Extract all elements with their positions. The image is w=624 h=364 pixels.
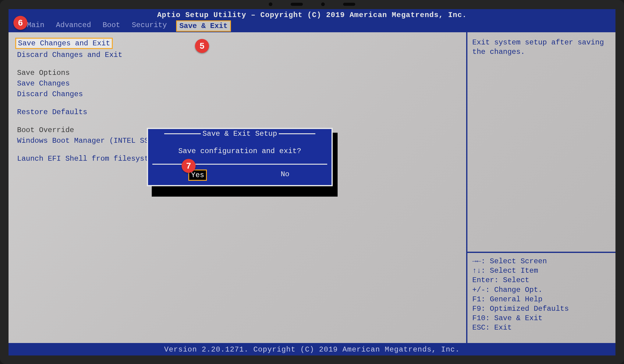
help-key-line: +/-: Change Opt. — [472, 285, 611, 295]
dialog-buttons: Yes No — [152, 164, 327, 181]
tab-save-exit[interactable]: Save & Exit — [176, 20, 231, 32]
tab-security[interactable]: Security — [129, 20, 169, 32]
help-key-line: →←: Select Screen — [472, 257, 611, 266]
item-restore-defaults[interactable]: Restore Defaults — [15, 107, 89, 117]
content-area: Save Changes and Exit Discard Changes an… — [9, 32, 615, 344]
confirm-dialog: Save & Exit Setup Save configuration and… — [147, 128, 333, 186]
help-key-line: ESC: Exit — [472, 323, 611, 332]
header-bar: Aptio Setup Utility – Copyright (C) 2019… — [9, 9, 615, 32]
bios-screen: Aptio Setup Utility – Copyright (C) 2019… — [9, 9, 615, 355]
dialog-message: Save configuration and exit? — [152, 145, 327, 157]
tab-main[interactable]: Main — [24, 20, 47, 32]
footer-bar: Version 2.20.1271. Copyright (C) 2019 Am… — [9, 344, 615, 355]
webcam-cluster — [269, 2, 355, 6]
item-save-changes[interactable]: Save Changes — [15, 79, 72, 88]
left-panel: Save Changes and Exit Discard Changes an… — [9, 32, 466, 343]
dialog-no-button[interactable]: No — [279, 170, 291, 181]
item-launch-efi-shell[interactable]: Launch EFI Shell from filesyste — [15, 154, 155, 163]
item-discard-changes-exit[interactable]: Discard Changes and Exit — [15, 50, 124, 60]
annotation-7: 7 — [182, 159, 196, 173]
heading-save-options: Save Options — [15, 68, 72, 78]
annotation-5: 5 — [195, 39, 209, 53]
item-windows-boot-manager[interactable]: Windows Boot Manager (INTEL SSD — [15, 136, 155, 145]
help-key-line: ↑↓: Select Item — [472, 266, 611, 275]
heading-boot-override: Boot Override — [15, 125, 76, 135]
menu-tabs: Main Advanced Boot Security Save & Exit — [9, 20, 615, 32]
help-key-line: Enter: Select — [472, 275, 611, 285]
bios-title: Aptio Setup Utility – Copyright (C) 2019… — [9, 11, 615, 19]
help-key-line: F9: Optimized Defaults — [472, 304, 611, 313]
tab-advanced[interactable]: Advanced — [54, 20, 94, 32]
help-key-line: F1: General Help — [472, 295, 611, 304]
right-panel: Exit system setup after saving the chang… — [466, 32, 615, 343]
annotation-6: 6 — [13, 16, 27, 30]
help-description: Exit system setup after saving the chang… — [467, 32, 615, 252]
item-discard-changes[interactable]: Discard Changes — [15, 89, 85, 99]
tab-boot[interactable]: Boot — [100, 20, 123, 32]
item-save-changes-exit[interactable]: Save Changes and Exit — [15, 38, 113, 49]
help-keys: →←: Select Screen ↑↓: Select Item Enter:… — [467, 252, 615, 343]
dialog-title: Save & Exit Setup — [203, 130, 277, 138]
help-key-line: F10: Save & Exit — [472, 313, 611, 323]
